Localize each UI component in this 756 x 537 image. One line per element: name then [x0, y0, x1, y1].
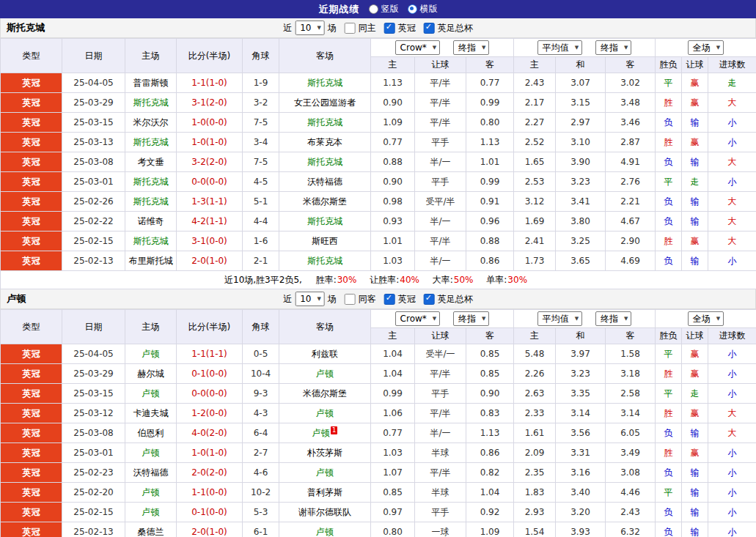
layout-radio-horizontal[interactable]: 横版 [408, 3, 438, 15]
away-team-link[interactable]: 米德尔斯堡 [303, 388, 347, 399]
home-team-link[interactable]: 沃特福德 [133, 467, 169, 478]
league-tag[interactable]: 英冠 [1, 133, 62, 152]
home-team-link[interactable]: 斯托克城 [133, 236, 169, 246]
avg-away: 3.08 [606, 463, 656, 483]
result-wdl: 负 [656, 251, 682, 271]
league-tag[interactable]: 英冠 [1, 522, 62, 537]
odds-final-select[interactable]: 终指▼ [453, 311, 489, 326]
league-tag[interactable]: 英冠 [1, 364, 62, 384]
radio-icon[interactable] [369, 4, 378, 14]
home-team-link[interactable]: 卢顿 [142, 487, 160, 497]
odds-company-select[interactable]: Crow*▼ [395, 311, 441, 326]
home-team-link[interactable]: 伯恩利 [138, 428, 164, 438]
away-team-link[interactable]: 女王公园巡游者 [294, 97, 356, 108]
average-final-select[interactable]: 终指▼ [595, 40, 631, 55]
home-team-link[interactable]: 考文垂 [138, 157, 164, 167]
away-team-link[interactable]: 卢顿 [316, 467, 334, 478]
league-tag[interactable]: 英冠 [1, 152, 62, 172]
away-team-link[interactable]: 卢顿 [316, 408, 334, 418]
cup-checkbox[interactable] [424, 23, 435, 34]
league-tag[interactable]: 英冠 [1, 463, 62, 483]
home-team-link[interactable]: 普雷斯顿 [133, 78, 169, 88]
average-select[interactable]: 平均值▼ [537, 311, 582, 326]
away-team-link[interactable]: 沃特福德 [307, 177, 342, 187]
home-team-link[interactable]: 斯托克城 [133, 196, 169, 207]
away-team-link[interactable]: 卢顿 [312, 428, 330, 438]
away-team-link[interactable]: 布莱克本 [307, 137, 342, 147]
away-team-link[interactable]: 卢顿 [316, 527, 334, 537]
odds-final-select[interactable]: 终指▼ [453, 40, 489, 55]
select-value: Crow* [400, 42, 427, 53]
league-tag[interactable]: 英冠 [1, 232, 62, 251]
cup-checkbox[interactable] [424, 294, 435, 305]
odds-away: 0.91 [466, 192, 514, 212]
match-score: 1-1(1-1) [177, 344, 243, 364]
match-count-select[interactable]: 10▼ [295, 21, 325, 35]
away-team-link[interactable]: 米德尔斯堡 [303, 196, 347, 207]
league-tag[interactable]: 英冠 [1, 404, 62, 423]
home-team-link[interactable]: 斯托克城 [133, 97, 169, 108]
league-tag[interactable]: 英冠 [1, 73, 62, 93]
radio-icon[interactable] [408, 4, 417, 14]
home-team-link[interactable]: 斯托克城 [133, 177, 169, 187]
home-team-link[interactable]: 布里斯托城 [129, 256, 173, 266]
home-team-link[interactable]: 卢顿 [142, 448, 160, 458]
league-tag[interactable]: 英冠 [1, 443, 62, 463]
home-team-link[interactable]: 卢顿 [142, 349, 160, 359]
corner-count: 0-5 [243, 344, 279, 364]
home-team-link[interactable]: 斯托克城 [133, 137, 169, 147]
away-team-link[interactable]: 谢菲尔德联队 [298, 507, 351, 517]
league-checkbox[interactable] [384, 294, 395, 305]
away-team-link[interactable]: 斯托克城 [307, 117, 342, 127]
home-team-link[interactable]: 卢顿 [142, 507, 160, 517]
league-tag[interactable]: 英冠 [1, 172, 62, 192]
home-team-link[interactable]: 卢顿 [142, 388, 160, 399]
filter-games-label: 场 [328, 22, 337, 34]
avg-home: 2.27 [514, 113, 556, 133]
league-checkbox[interactable] [384, 23, 395, 34]
league-tag[interactable]: 英冠 [1, 212, 62, 232]
odds-company-select[interactable]: Crow*▼ [395, 40, 441, 55]
league-tag[interactable]: 英冠 [1, 423, 62, 443]
same-venue-checkbox[interactable] [345, 23, 356, 34]
away-team-link[interactable]: 斯托克城 [307, 256, 342, 266]
average-final-select[interactable]: 终指▼ [595, 311, 631, 326]
away-team-link[interactable]: 斯托克城 [307, 216, 342, 226]
away-team-link[interactable]: 斯托克城 [307, 157, 342, 167]
result-goals: 小 [708, 503, 756, 522]
league-tag[interactable]: 英冠 [1, 93, 62, 113]
home-team-cell: 米尔沃尔 [125, 113, 177, 133]
scope-select[interactable]: 全场▼ [688, 40, 724, 55]
scope-select[interactable]: 全场▼ [688, 311, 724, 326]
league-tag[interactable]: 英冠 [1, 192, 62, 212]
match-count-select[interactable]: 10▼ [295, 292, 325, 306]
away-team-link[interactable]: 利兹联 [312, 349, 338, 359]
home-team-link[interactable]: 卡迪夫城 [133, 408, 169, 418]
average-select[interactable]: 平均值▼ [537, 40, 582, 55]
league-tag[interactable]: 英冠 [1, 503, 62, 522]
col-header-score: 比分(半场) [177, 310, 243, 344]
same-venue-checkbox[interactable] [345, 294, 356, 305]
league-tag[interactable]: 英冠 [1, 483, 62, 503]
match-row: 英冠25-03-08考文垂3-2(2-0)7-5斯托克城0.88半/一1.011… [1, 152, 756, 172]
league-tag[interactable]: 英冠 [1, 344, 62, 364]
league-tag[interactable]: 英冠 [1, 384, 62, 404]
league-tag[interactable]: 英冠 [1, 113, 62, 133]
match-row: 英冠25-03-01卢顿1-0(1-0)2-7朴茨茅斯1.03半球0.862.0… [1, 443, 756, 463]
away-team-link[interactable]: 斯旺西 [312, 236, 338, 246]
home-team-link[interactable]: 赫尔城 [138, 369, 164, 379]
home-team-link[interactable]: 米尔沃尔 [133, 117, 169, 127]
layout-radio-vertical[interactable]: 竖版 [369, 3, 399, 15]
away-team-link[interactable]: 卢顿 [316, 369, 334, 379]
league-label: 英冠 [398, 293, 416, 305]
radio-label-horizontal: 横版 [420, 3, 438, 15]
league-tag[interactable]: 英冠 [1, 251, 62, 271]
home-team-link[interactable]: 诺维奇 [138, 216, 164, 226]
home-team-cell: 卢顿 [125, 503, 177, 522]
away-team-link[interactable]: 斯托克城 [307, 78, 342, 88]
handicap-line: 受半/一 [415, 344, 466, 364]
home-team-link[interactable]: 桑德兰 [138, 527, 164, 537]
away-team-link[interactable]: 朴茨茅斯 [307, 448, 342, 458]
away-team-link[interactable]: 普利茅斯 [307, 487, 342, 497]
avg-away: 2.21 [606, 192, 656, 212]
